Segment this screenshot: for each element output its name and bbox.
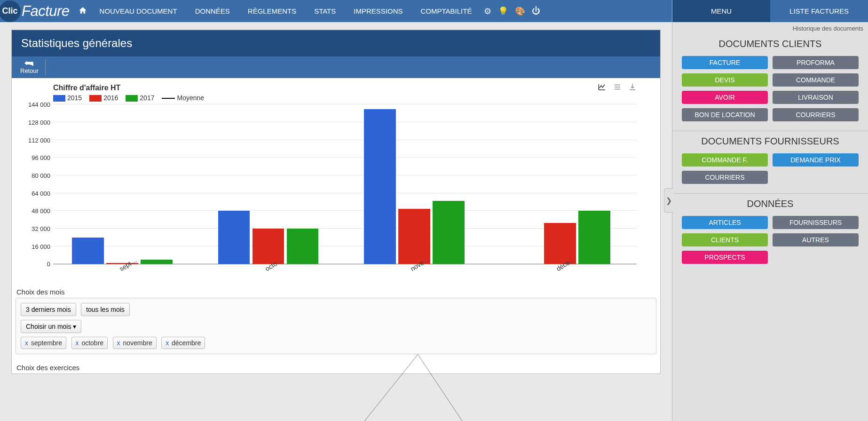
logo-badge: Clic bbox=[0, 0, 21, 22]
palette-icon[interactable]: 🎨 bbox=[515, 6, 525, 16]
power-icon[interactable]: ⏻ bbox=[532, 6, 540, 16]
nav-stats[interactable]: STATS bbox=[310, 1, 339, 21]
right-sidebar: ❯ MENU LISTE FACTURES Historique des doc… bbox=[672, 0, 868, 22]
gear-icon[interactable]: ⚙ bbox=[484, 6, 491, 16]
logo-text: Facture bbox=[22, 3, 70, 20]
nav-accounting[interactable]: COMPTABILITÉ bbox=[417, 1, 475, 21]
lightbulb-icon[interactable]: 💡 bbox=[498, 6, 508, 16]
sidebar-tab-list-invoices[interactable]: LISTE FACTURES bbox=[770, 0, 868, 22]
logo[interactable]: Clic Facture bbox=[0, 0, 70, 22]
nav-payments[interactable]: RÈGLEMENTS bbox=[244, 1, 300, 21]
nav-prints[interactable]: IMPRESSIONS bbox=[350, 1, 406, 21]
nav-new-document[interactable]: NOUVEAU DOCUMENT bbox=[96, 1, 181, 21]
nav-data[interactable]: DONNÉES bbox=[191, 1, 234, 21]
sidebar-tabs: MENU LISTE FACTURES bbox=[672, 0, 868, 22]
nav-utility-icons: ⚙ 💡 🎨 ⏻ bbox=[484, 6, 540, 16]
nav-home-icon[interactable] bbox=[74, 0, 91, 22]
nav-items: NOUVEAU DOCUMENT DONNÉES RÈGLEMENTS STAT… bbox=[96, 1, 476, 21]
sidebar-tab-menu[interactable]: MENU bbox=[672, 0, 770, 22]
